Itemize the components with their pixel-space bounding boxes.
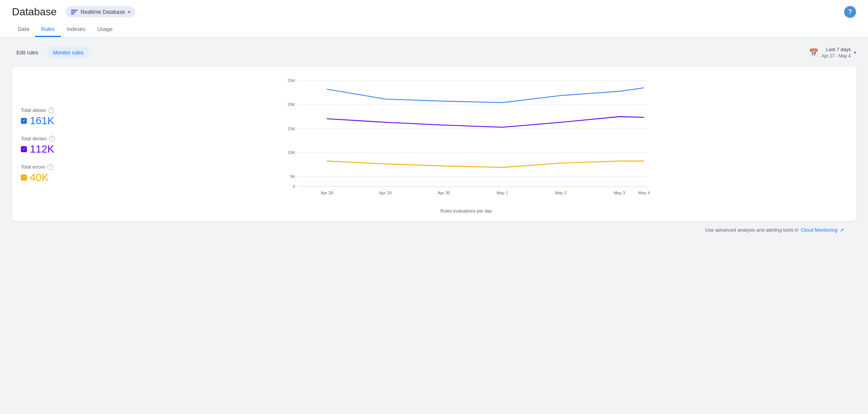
denies-info-icon[interactable]: ? [49,136,55,142]
svg-text:May 1: May 1 [497,191,508,195]
errors-value: 40K [30,172,49,184]
footer-note: Use advanced analysis and alerting tools… [12,221,856,236]
page-title: Database [12,6,57,18]
footer-note-text: Use advanced analysis and alerting tools… [705,227,799,233]
allows-value: 161K [30,115,54,127]
svg-text:5K: 5K [290,174,295,179]
date-range-title: Last 7 days [821,46,851,53]
help-icon: ? [848,9,852,15]
chart-svg: 25K 20K 15K 10K 5K 0 [88,77,844,204]
errors-info-icon[interactable]: ? [47,164,53,170]
monitor-rules-button[interactable]: Monitor rules [47,47,89,59]
date-range-selector[interactable]: 📅 Last 7 days Apr 27 - May 4 ▾ [809,46,856,59]
allows-info-icon[interactable]: ? [48,107,54,113]
svg-text:10K: 10K [288,150,296,155]
errors-checkbox[interactable]: ✓ [21,175,27,181]
svg-text:Apr 30: Apr 30 [438,191,450,195]
legend-label-errors-text: Total errors [21,164,45,170]
svg-text:0: 0 [293,184,295,189]
svg-text:May 4: May 4 [638,191,650,195]
svg-text:Apr 28: Apr 28 [321,191,333,195]
legend-label-allows-text: Total allows [21,107,46,113]
db-selector-button[interactable]: Realtime Database ▾ [66,6,135,18]
svg-text:20K: 20K [288,102,296,107]
date-range-chevron-icon: ▾ [854,50,856,55]
denies-value: 112K [30,143,54,155]
chart-area: 25K 20K 15K 10K 5K 0 [88,77,844,214]
tab-usage[interactable]: Usage [91,22,119,37]
toolbar: Edit rules Monitor rules 📅 Last 7 days A… [12,46,856,59]
external-link-icon: ↗ [840,227,844,233]
tab-data[interactable]: Data [12,22,35,37]
chart-card: Total allows ? ✓ 161K Total denies ? ✓ [12,67,856,221]
tab-indexes[interactable]: Indexes [61,22,91,37]
svg-text:May 2: May 2 [555,191,567,195]
svg-text:15K: 15K [288,126,296,131]
allows-checkbox[interactable]: ✓ [21,118,27,124]
svg-text:25K: 25K [288,78,296,83]
legend-item-allows: Total allows ? ✓ 161K [21,107,79,127]
db-selector-label: Realtime Database [81,9,125,15]
db-selector-chevron-icon: ▾ [128,9,130,15]
chart-legend: Total allows ? ✓ 161K Total denies ? ✓ [21,77,88,214]
svg-text:May 3: May 3 [613,191,625,195]
legend-item-denies: Total denies ? ✓ 112K [21,136,79,155]
date-range-text: Last 7 days Apr 27 - May 4 [821,46,851,59]
nav-tabs: Data Rules Indexes Usage [12,22,856,37]
denies-checkbox[interactable]: ✓ [21,146,27,152]
db-selector-icon [71,9,78,15]
help-button[interactable]: ? [844,6,856,18]
legend-label-denies-text: Total denies [21,136,47,141]
edit-rules-button[interactable]: Edit rules [12,47,43,59]
cloud-monitoring-link[interactable]: Cloud Monitoring [801,227,837,233]
calendar-icon: 📅 [809,48,818,57]
date-range-sub: Apr 27 - May 4 [821,53,851,59]
chart-x-label: Rules evaluations per day [88,208,844,214]
legend-item-errors: Total errors ? ✓ 40K [21,164,79,184]
tab-rules[interactable]: Rules [35,22,61,37]
svg-text:Apr 29: Apr 29 [379,191,391,195]
